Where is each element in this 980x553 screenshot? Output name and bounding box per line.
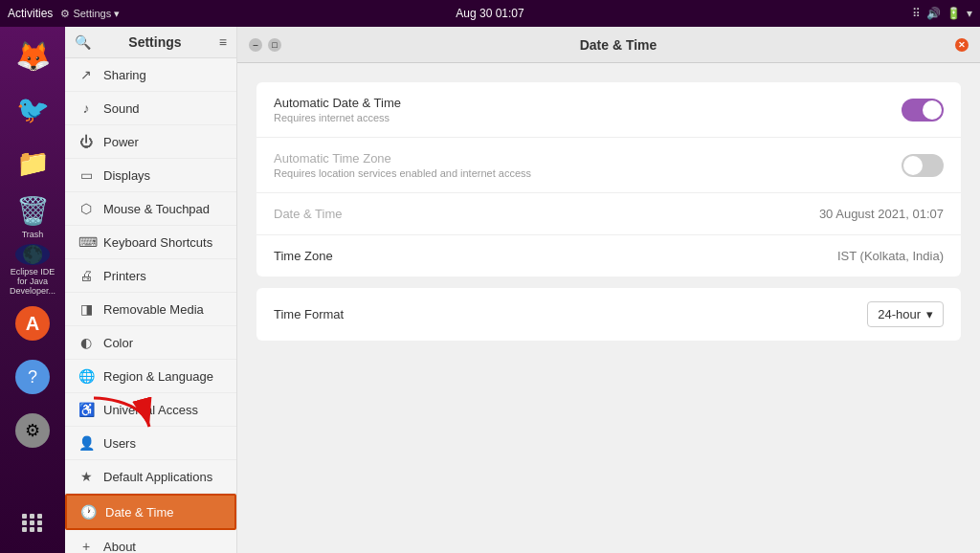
battery-icon[interactable]: 🔋 — [947, 7, 961, 20]
power-label: Power — [103, 135, 139, 149]
dock-item-files[interactable]: 📁 — [8, 138, 57, 188]
sidebar-item-displays[interactable]: ▭ Displays — [65, 159, 236, 192]
dock-item-ubuntu-software[interactable]: A — [8, 299, 57, 348]
time-format-value: 24-hour — [878, 307, 921, 321]
settings-sidebar: 🔍 Settings ≡ ↗ Sharing ♪ Sound ⏻ Power ▭… — [65, 27, 237, 553]
sidebar-search-icon[interactable]: 🔍 — [75, 34, 91, 50]
universal-access-icon: ♿ — [78, 402, 94, 417]
sidebar-item-about[interactable]: + About — [65, 530, 236, 553]
window-title: Date & Time — [281, 37, 955, 53]
content-panel: – □ Date & Time ✕ Automatic Date & Time … — [237, 27, 980, 553]
dock-item-trash[interactable]: 🗑️ Trash — [8, 191, 57, 241]
timezone-value: IST (Kolkata, India) — [837, 249, 944, 263]
time-format-dropdown[interactable]: 24-hour ▾ — [867, 301, 944, 327]
timezone-row: Time Zone IST (Kolkata, India) — [256, 235, 961, 276]
sound-label: Sound — [103, 101, 140, 116]
sound-icon[interactable]: 🔊 — [926, 7, 941, 20]
auto-timezone-label: Automatic Time Zone — [274, 151, 902, 166]
auto-date-time-sublabel: Requires internet access — [274, 112, 902, 123]
window-maximize-button[interactable]: □ — [268, 38, 281, 52]
dock-item-apps[interactable] — [8, 498, 57, 547]
date-time-row-value: 30 August 2021, 01:07 — [819, 207, 944, 221]
date-time-row-label: Date & Time — [274, 207, 819, 221]
auto-date-time-label: Automatic Date & Time — [274, 96, 902, 110]
sidebar-item-default-applications[interactable]: ★ Default Applications — [65, 460, 236, 494]
dock-item-eclipse[interactable]: 🌑 Eclipse IDE for Java Developer... — [8, 245, 57, 295]
dock: 🦊 🐦 📁 🗑️ Trash 🌑 Eclipse IDE for Java De… — [0, 27, 65, 553]
sidebar-item-date-time[interactable]: 🕐 Date & Time — [65, 494, 236, 530]
displays-label: Displays — [103, 168, 150, 183]
dock-item-help[interactable]: ? — [8, 352, 57, 402]
network-icon[interactable]: ⠿ — [912, 7, 921, 20]
sharing-icon: ↗ — [78, 67, 94, 82]
activities-button[interactable]: Activities — [8, 7, 53, 20]
content-body: Automatic Date & Time Requires internet … — [237, 63, 980, 553]
timezone-label: Time Zone — [274, 249, 837, 263]
displays-icon: ▭ — [78, 167, 94, 183]
auto-timezone-row: Automatic Time Zone Requires location se… — [256, 138, 961, 193]
sidebar-title: Settings — [99, 34, 212, 50]
sidebar-item-removable-media[interactable]: ◨ Removable Media — [65, 293, 236, 326]
sidebar-item-color[interactable]: ◐ Color — [65, 326, 236, 360]
power-icon: ⏻ — [78, 134, 94, 149]
dock-item-firefox[interactable]: 🦊 — [8, 31, 57, 80]
content-titlebar: – □ Date & Time ✕ — [237, 27, 980, 63]
topbar: Activities ⚙ Settings ▾ Aug 30 01:07 ⠿ 🔊… — [0, 0, 980, 27]
auto-date-time-row: Automatic Date & Time Requires internet … — [256, 82, 961, 138]
date-time-card-1: Automatic Date & Time Requires internet … — [256, 82, 961, 276]
removable-media-icon: ◨ — [78, 301, 94, 317]
auto-timezone-sublabel: Requires location services enabled and i… — [274, 167, 902, 179]
dock-item-thunderbird[interactable]: 🐦 — [8, 84, 57, 134]
mouse-label: Mouse & Touchpad — [103, 202, 210, 216]
dock-item-settings[interactable]: ⚙ — [8, 406, 57, 455]
system-menu-icon[interactable]: ▾ — [967, 7, 972, 20]
auto-timezone-toggle[interactable] — [902, 154, 944, 177]
color-icon: ◐ — [78, 335, 94, 350]
dropdown-chevron-icon: ▾ — [926, 307, 933, 321]
about-label: About — [103, 540, 136, 554]
window-close-button[interactable]: ✕ — [955, 38, 969, 52]
window-minimize-button[interactable]: – — [249, 38, 262, 52]
keyboard-icon: ⌨ — [78, 234, 94, 250]
date-time-icon: 🕐 — [80, 504, 96, 520]
date-time-label: Date & Time — [105, 505, 174, 520]
sharing-label: Sharing — [103, 68, 146, 82]
settings-app-indicator: ⚙ Settings ▾ — [60, 8, 120, 20]
eclipse-label: Eclipse IDE for Java Developer... — [8, 267, 57, 296]
universal-access-label: Universal Access — [103, 403, 198, 417]
keyboard-label: Keyboard Shortcuts — [103, 235, 212, 250]
topbar-datetime: Aug 30 01:07 — [456, 7, 523, 20]
sound-icon: ♪ — [78, 100, 94, 116]
removable-media-label: Removable Media — [103, 302, 204, 317]
sidebar-item-region-language[interactable]: 🌐 Region & Language — [65, 360, 236, 393]
sidebar-header: 🔍 Settings ≡ — [65, 27, 236, 58]
sidebar-item-sound[interactable]: ♪ Sound — [65, 92, 236, 125]
sidebar-item-power[interactable]: ⏻ Power — [65, 125, 236, 159]
printers-label: Printers — [103, 269, 146, 283]
sidebar-item-keyboard-shortcuts[interactable]: ⌨ Keyboard Shortcuts — [65, 226, 236, 259]
color-label: Color — [103, 336, 133, 350]
sidebar-menu-icon[interactable]: ≡ — [219, 34, 227, 50]
sidebar-list: ↗ Sharing ♪ Sound ⏻ Power ▭ Displays ⬡ M… — [65, 58, 236, 553]
time-format-card: Time Format 24-hour ▾ — [256, 288, 961, 341]
default-apps-icon: ★ — [78, 469, 94, 484]
printers-icon: 🖨 — [78, 268, 94, 283]
about-icon: + — [78, 539, 94, 553]
sidebar-item-printers[interactable]: 🖨 Printers — [65, 259, 236, 293]
date-time-row: Date & Time 30 August 2021, 01:07 — [256, 193, 961, 235]
region-icon: 🌐 — [78, 368, 94, 384]
sidebar-item-mouse-touchpad[interactable]: ⬡ Mouse & Touchpad — [65, 192, 236, 226]
trash-label: Trash — [22, 230, 44, 239]
region-label: Region & Language — [103, 369, 213, 384]
mouse-icon: ⬡ — [78, 201, 94, 216]
users-icon: 👤 — [78, 435, 94, 451]
sidebar-item-users[interactable]: 👤 Users — [65, 427, 236, 460]
sidebar-item-sharing[interactable]: ↗ Sharing — [65, 58, 236, 92]
auto-date-time-toggle[interactable] — [902, 99, 944, 122]
time-format-row: Time Format 24-hour ▾ — [256, 288, 961, 341]
sidebar-item-universal-access[interactable]: ♿ Universal Access — [65, 393, 236, 427]
users-label: Users — [103, 436, 136, 451]
default-apps-label: Default Applications — [103, 470, 212, 484]
time-format-label: Time Format — [274, 307, 867, 321]
